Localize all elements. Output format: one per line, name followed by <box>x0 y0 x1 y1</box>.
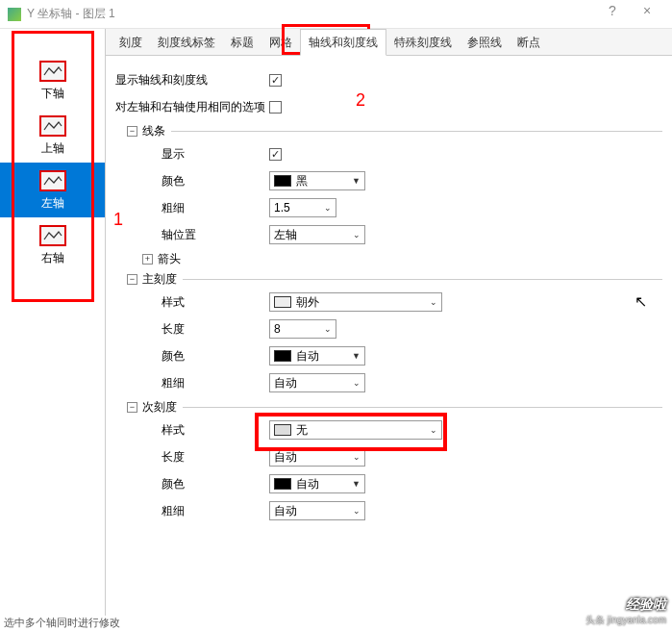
major-color-dropdown[interactable]: 自动 ▼ <box>269 346 365 366</box>
annotation-1: 1 <box>113 210 123 230</box>
collapse-icon: − <box>127 274 137 285</box>
axis-chart-icon <box>39 170 66 191</box>
line-thick-label: 粗细 <box>115 200 269 216</box>
line-color-label: 颜色 <box>115 173 269 189</box>
minor-group-header[interactable]: − 次刻度 <box>115 399 662 416</box>
watermark: 经验啦 <box>626 596 666 614</box>
color-swatch-icon <box>274 175 291 187</box>
annotation-2: 2 <box>356 90 365 111</box>
chevron-down-icon: ⌄ <box>353 230 361 240</box>
chevron-down-icon: ▼ <box>352 479 361 489</box>
collapse-icon: − <box>127 126 137 137</box>
help-button[interactable]: ? <box>595 3 630 26</box>
line-thick-combo[interactable]: 1.5 ⌄ <box>269 198 336 217</box>
minor-color-label: 颜色 <box>115 476 269 492</box>
axis-chart-icon <box>39 225 66 246</box>
show-axes-label: 显示轴线和刻度线 <box>115 72 269 88</box>
color-swatch-icon <box>274 478 291 490</box>
minor-thick-combo[interactable]: 自动 ⌄ <box>269 501 365 520</box>
close-button[interactable]: × <box>630 3 664 26</box>
axis-chart-icon <box>39 115 66 137</box>
tick-style-icon <box>274 424 291 436</box>
axis-sidebar: 下轴 上轴 左轴 右轴 <box>0 29 106 621</box>
chevron-down-icon: ⌄ <box>324 203 332 213</box>
line-group-header[interactable]: − 线条 <box>115 123 662 139</box>
minor-color-dropdown[interactable]: 自动 ▼ <box>269 474 365 493</box>
major-len-combo[interactable]: 8 ⌄ <box>269 319 336 339</box>
major-thick-combo[interactable]: 自动 ⌄ <box>269 373 365 392</box>
tab-grid[interactable]: 网格 <box>261 30 300 55</box>
axis-item-right[interactable]: 右轴 <box>0 217 105 272</box>
watermark-sub: 头条 jingyanla.com <box>585 614 666 627</box>
axis-item-top[interactable]: 上轴 <box>0 108 105 163</box>
chevron-down-icon: ⌄ <box>353 378 361 388</box>
tab-title[interactable]: 标题 <box>223 30 261 55</box>
axis-label: 右轴 <box>41 250 64 266</box>
expand-icon: + <box>142 254 153 265</box>
minor-thick-label: 粗细 <box>115 503 269 519</box>
major-style-dropdown[interactable]: 朝外 ⌄ <box>269 292 442 312</box>
axis-item-bottom[interactable]: 下轴 <box>0 53 105 108</box>
minor-style-label: 样式 <box>115 422 269 439</box>
axis-pos-combo[interactable]: 左轴 ⌄ <box>269 225 365 244</box>
window-title: Y 坐标轴 - 图层 1 <box>27 6 595 22</box>
axis-chart-icon <box>39 61 66 82</box>
tab-special-ticks[interactable]: 特殊刻度线 <box>386 30 460 55</box>
axis-item-left[interactable]: 左轴 <box>0 163 105 217</box>
show-axes-checkbox[interactable] <box>269 74 282 87</box>
tab-content: 1 2 ↖ 显示轴线和刻度线 对左轴和右轴使用相同的选项 − 线条 显示 颜色 <box>106 56 672 621</box>
chevron-down-icon: ⌄ <box>430 297 437 307</box>
tab-reference[interactable]: 参照线 <box>460 30 510 55</box>
line-show-label: 显示 <box>115 146 269 163</box>
arrow-group-header[interactable]: + 箭头 <box>115 251 662 267</box>
tab-scale[interactable]: 刻度 <box>112 30 150 55</box>
minor-len-label: 长度 <box>115 449 269 466</box>
chevron-down-icon: ⌄ <box>353 452 361 462</box>
main-panel: 刻度 刻度线标签 标题 网格 轴线和刻度线 特殊刻度线 参照线 断点 1 2 ↖… <box>106 29 672 621</box>
axis-label: 下轴 <box>41 86 64 102</box>
use-same-lr-checkbox[interactable] <box>269 101 282 114</box>
line-color-dropdown[interactable]: 黑 ▼ <box>269 171 365 190</box>
use-same-lr-label: 对左轴和右轴使用相同的选项 <box>115 99 269 115</box>
chevron-down-icon: ⌄ <box>430 425 437 435</box>
chevron-down-icon: ▼ <box>352 176 361 186</box>
tick-style-icon <box>274 296 291 308</box>
line-show-checkbox[interactable] <box>269 148 282 161</box>
footer-hint: 选中多个轴同时进行修改 <box>0 616 120 631</box>
major-group-header[interactable]: − 主刻度 <box>115 271 662 288</box>
minor-len-combo[interactable]: 自动 ⌄ <box>269 447 365 467</box>
major-len-label: 长度 <box>115 321 269 338</box>
collapse-icon: − <box>127 402 137 413</box>
major-color-label: 颜色 <box>115 348 269 365</box>
tab-bar: 刻度 刻度线标签 标题 网格 轴线和刻度线 特殊刻度线 参照线 断点 <box>106 29 672 56</box>
chevron-down-icon: ⌄ <box>353 506 361 516</box>
tab-breaks[interactable]: 断点 <box>510 30 548 55</box>
axis-label: 左轴 <box>41 195 64 212</box>
axis-pos-label: 轴位置 <box>115 227 269 243</box>
app-icon <box>8 8 21 21</box>
cursor-icon: ↖ <box>635 292 647 311</box>
title-bar: Y 坐标轴 - 图层 1 ? × <box>0 0 672 29</box>
axis-label: 上轴 <box>41 140 64 157</box>
chevron-down-icon: ▼ <box>352 351 361 361</box>
tab-axes-ticks[interactable]: 轴线和刻度线 <box>300 29 386 56</box>
tab-tick-labels[interactable]: 刻度线标签 <box>150 30 223 55</box>
color-swatch-icon <box>274 350 291 362</box>
chevron-down-icon: ⌄ <box>324 324 332 334</box>
minor-style-dropdown[interactable]: 无 ⌄ <box>269 420 442 440</box>
major-style-label: 样式 <box>115 294 269 311</box>
major-thick-label: 粗细 <box>115 375 269 391</box>
